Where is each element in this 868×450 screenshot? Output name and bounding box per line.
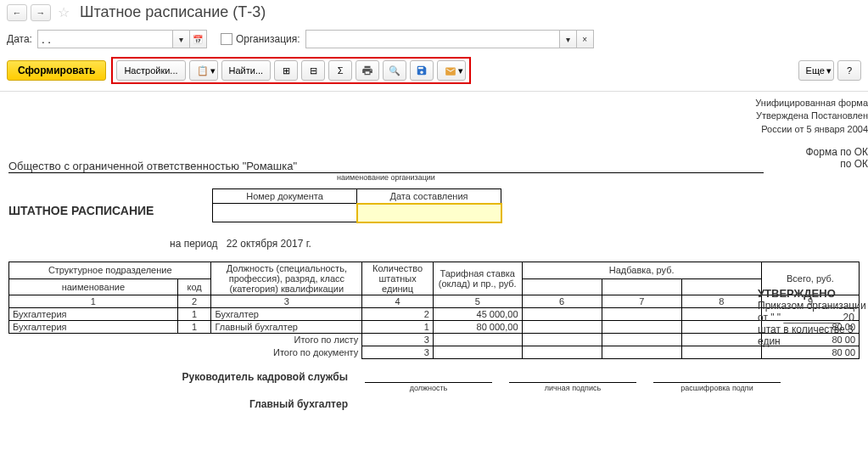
total-row-sheet: Итого по листу 3 80 00 [9,334,860,346]
favorite-star-icon[interactable]: ☆ [58,4,70,20]
save-button[interactable] [410,60,434,81]
collapse-icon: ⊟ [310,65,317,76]
settings-button[interactable]: Настройки... [116,60,185,81]
clipboard-icon: 📋 [197,65,209,76]
org-input[interactable] [305,30,560,48]
date-label: Дата: [7,33,32,45]
nav-back-button[interactable]: ← [7,4,27,21]
toolbar-group: Настройки... 📋▾ Найти... ⊞ ⊟ Σ 🔍 ▾ [111,57,471,84]
email-button[interactable]: ▾ [437,60,466,81]
print-button[interactable] [356,60,379,81]
org-dropdown-button[interactable]: ▾ [560,30,577,48]
doc-date-cell[interactable] [357,204,501,222]
envelope-icon [445,65,456,76]
staffing-table: Структурное подразделение Должность (спе… [8,262,860,359]
signature-row-acc: Главный бухгалтер [8,398,860,410]
org-name-line: Общество с ограниченной ответственностью… [8,160,860,182]
help-button[interactable]: ? [837,60,861,81]
form-report-button[interactable]: Сформировать [7,60,106,81]
org-checkbox[interactable] [221,33,232,45]
preview-button[interactable]: 🔍 [383,60,406,81]
sum-button[interactable]: Σ [328,60,352,81]
form-codes: Форма по ОК по ОК [805,146,868,170]
magnifier-page-icon: 🔍 [389,65,400,76]
org-clear-button[interactable]: × [577,30,594,48]
paste-button[interactable]: 📋▾ [189,60,218,81]
page-title: Штатное расписание (Т-3) [80,3,266,21]
calendar-button[interactable]: 📅 [190,30,207,48]
signature-row-hr: Руководитель кадровой службы должность л… [8,371,860,383]
print-icon [361,65,373,76]
doc-number-table: Номер документа Дата составления [212,188,501,222]
floppy-icon [416,65,428,76]
expand-icon: ⊞ [283,65,290,76]
expand-groups-button[interactable]: ⊞ [274,60,298,81]
approved-block: УТВЕРЖДЕНО Приказом организации от " " _… [758,287,868,347]
more-button[interactable]: Еще▾ [798,60,834,81]
nav-forward-button[interactable]: → [31,4,51,21]
collapse-groups-button[interactable]: ⊟ [301,60,325,81]
report-area: Унифицированная форма Утверждена Постано… [0,91,868,427]
calendar-icon: 📅 [193,35,203,44]
date-dropdown-button[interactable]: ▾ [173,30,190,48]
org-label: Организация: [236,33,300,45]
sigma-icon: Σ [338,65,344,76]
total-row-doc: Итого по документу 3 80 00 [9,346,860,359]
table-row[interactable]: Бухгалтерия 1 Бухгалтер 2 45 000,00 [9,308,860,321]
find-button[interactable]: Найти... [221,60,272,81]
date-input[interactable] [37,30,173,48]
doc-title: ШТАТНОЕ РАСПИСАНИЕ [8,188,212,217]
form-notes: Унифицированная форма Утверждена Постано… [755,97,868,136]
doc-number-cell[interactable] [213,204,357,222]
table-row[interactable]: Бухгалтерия 1 Главный бухгалтер 1 80 000… [9,321,860,334]
